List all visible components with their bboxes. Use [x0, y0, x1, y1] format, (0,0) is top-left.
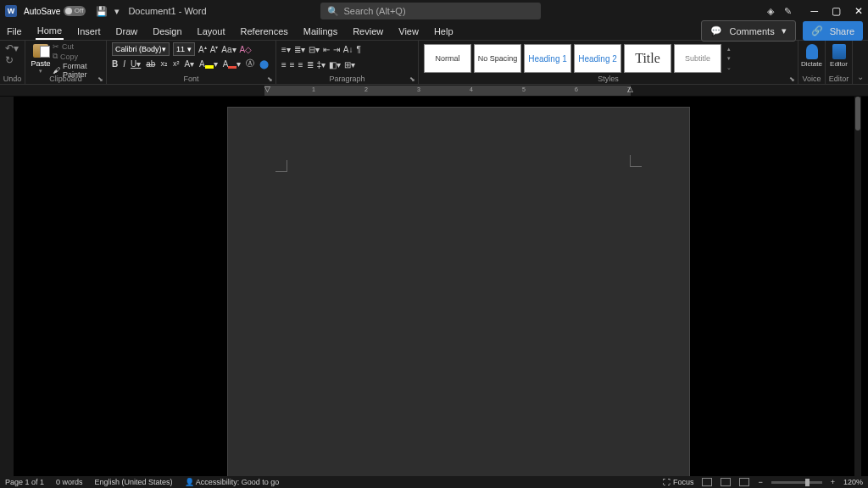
- bold-button[interactable]: B: [112, 59, 118, 69]
- styles-launcher[interactable]: ⬊: [789, 75, 795, 83]
- zoom-level[interactable]: 120%: [843, 478, 863, 486]
- cut-button[interactable]: ✂Cut: [53, 42, 101, 51]
- zoom-thumb[interactable]: [805, 479, 810, 486]
- increase-indent-button[interactable]: ⇥: [333, 45, 340, 54]
- language-indicator[interactable]: English (United States): [95, 478, 173, 486]
- right-indent[interactable]: △: [627, 85, 633, 93]
- paste-button[interactable]: Paste ▾: [31, 42, 51, 75]
- view-read-mode[interactable]: [702, 478, 712, 486]
- change-case-button[interactable]: Aa▾: [221, 45, 236, 54]
- document-canvas[interactable]: [14, 97, 854, 476]
- redo-button[interactable]: ↻: [5, 54, 19, 66]
- focus-icon: ⛶: [663, 478, 670, 486]
- document-area: [0, 97, 861, 476]
- focus-mode[interactable]: ⛶ Focus: [663, 478, 693, 486]
- subscript-button[interactable]: x₂: [160, 59, 168, 68]
- italic-button[interactable]: I: [123, 59, 125, 69]
- tab-mailings[interactable]: Mailings: [302, 24, 339, 39]
- font-size-select[interactable]: 11▾: [173, 42, 195, 56]
- style-heading-2[interactable]: Heading 2: [574, 44, 621, 73]
- underline-button[interactable]: U▾: [131, 59, 141, 69]
- document-title[interactable]: Document1 - Word: [128, 6, 206, 16]
- zoom-out-button[interactable]: −: [758, 478, 762, 486]
- tab-file[interactable]: File: [5, 24, 24, 39]
- horizontal-ruler[interactable]: ▽ 1 2 3 4 5 6 7 △: [0, 85, 868, 97]
- tab-insert[interactable]: Insert: [75, 24, 103, 39]
- autosave-toggle[interactable]: Off: [64, 6, 86, 16]
- styles-scroll[interactable]: ▴▾⌄: [724, 44, 734, 73]
- strikethrough-button[interactable]: ab: [146, 59, 155, 69]
- vertical-scrollbar[interactable]: [854, 97, 861, 476]
- bullets-button[interactable]: ≡▾: [281, 45, 291, 54]
- editor-icon[interactable]: [832, 44, 846, 59]
- style-no-spacing[interactable]: No Spacing: [474, 44, 521, 73]
- qat-dropdown-icon[interactable]: ▾: [114, 6, 120, 17]
- zoom-in-button[interactable]: +: [831, 478, 835, 486]
- group-label-voice: Voice: [798, 75, 825, 83]
- show-marks-button[interactable]: ¶: [357, 45, 361, 54]
- search-input[interactable]: 🔍 Search (Alt+Q): [320, 3, 541, 19]
- tab-design[interactable]: Design: [151, 24, 183, 39]
- clipboard-launcher[interactable]: ⬊: [97, 75, 103, 83]
- font-name-select[interactable]: Calibri (Body)▾: [112, 42, 170, 56]
- pen-icon[interactable]: ✎: [784, 6, 792, 17]
- align-right-button[interactable]: ≡: [298, 60, 303, 69]
- clear-formatting-button[interactable]: A◇: [240, 45, 253, 54]
- close-button[interactable]: ✕: [854, 5, 863, 17]
- word-count[interactable]: 0 words: [56, 478, 83, 486]
- line-spacing-button[interactable]: ‡▾: [317, 60, 326, 69]
- superscript-button[interactable]: x²: [173, 59, 180, 68]
- char-border-button[interactable]: Ⓐ: [246, 58, 254, 69]
- style-heading-1[interactable]: Heading 1: [524, 44, 571, 73]
- text-effects-button[interactable]: A▾: [184, 59, 194, 69]
- shading-button[interactable]: ◧▾: [329, 60, 341, 69]
- copy-button[interactable]: ⧉Copy: [53, 52, 101, 61]
- first-line-indent[interactable]: ▽: [264, 85, 270, 93]
- align-center-button[interactable]: ≡: [290, 60, 295, 69]
- minimize-button[interactable]: ─: [810, 5, 818, 17]
- justify-button[interactable]: ≣: [307, 60, 314, 69]
- page-indicator[interactable]: Page 1 of 1: [5, 478, 44, 486]
- tab-layout[interactable]: Layout: [196, 24, 227, 39]
- style-subtitle[interactable]: Subtitle: [674, 44, 721, 73]
- tab-references[interactable]: References: [239, 24, 290, 39]
- group-label-font: Font: [107, 75, 275, 83]
- maximize-button[interactable]: ▢: [832, 5, 841, 17]
- font-color-button[interactable]: A▾: [223, 59, 242, 69]
- tab-review[interactable]: Review: [351, 24, 385, 39]
- accessibility-indicator[interactable]: 👤 Accessibility: Good to go: [185, 478, 280, 486]
- search-placeholder: Search (Alt+Q): [344, 6, 406, 16]
- numbering-button[interactable]: ≣▾: [294, 45, 305, 54]
- font-launcher[interactable]: ⬊: [267, 75, 273, 83]
- highlight-button[interactable]: A▾: [199, 59, 218, 69]
- share-button[interactable]: 🔗 Share: [803, 21, 863, 41]
- tab-draw[interactable]: Draw: [114, 24, 140, 39]
- grow-font-button[interactable]: A▴: [198, 44, 207, 54]
- save-icon[interactable]: 💾: [96, 6, 108, 17]
- paragraph-launcher[interactable]: ⬊: [409, 75, 415, 83]
- vertical-ruler[interactable]: [0, 97, 14, 476]
- tab-home[interactable]: Home: [36, 23, 64, 40]
- zoom-slider[interactable]: [771, 481, 822, 484]
- tab-view[interactable]: View: [397, 24, 420, 39]
- align-left-button[interactable]: ≡: [281, 60, 287, 69]
- char-shading-button[interactable]: ⬤: [259, 59, 269, 69]
- style-normal[interactable]: Normal: [424, 44, 471, 73]
- shrink-font-button[interactable]: A▾: [210, 44, 219, 54]
- sort-button[interactable]: A↓: [343, 45, 353, 54]
- borders-button[interactable]: ⊞▾: [344, 60, 355, 69]
- collapse-ribbon-button[interactable]: ⌄: [853, 41, 868, 84]
- diamond-icon[interactable]: ◈: [767, 6, 774, 17]
- view-web-layout[interactable]: [739, 478, 749, 486]
- tab-help[interactable]: Help: [432, 24, 455, 39]
- microphone-icon[interactable]: [806, 44, 818, 59]
- chevron-down-icon: ▾: [187, 45, 192, 53]
- comments-button[interactable]: 💬 Comments ▾: [701, 20, 795, 42]
- scrollbar-thumb[interactable]: [855, 97, 860, 130]
- page[interactable]: [227, 107, 690, 476]
- decrease-indent-button[interactable]: ⇤: [323, 45, 330, 54]
- view-print-layout[interactable]: [721, 478, 731, 486]
- undo-button[interactable]: ↶▾: [5, 42, 19, 54]
- multilevel-button[interactable]: ⊟▾: [309, 45, 320, 54]
- style-title[interactable]: Title: [624, 44, 671, 73]
